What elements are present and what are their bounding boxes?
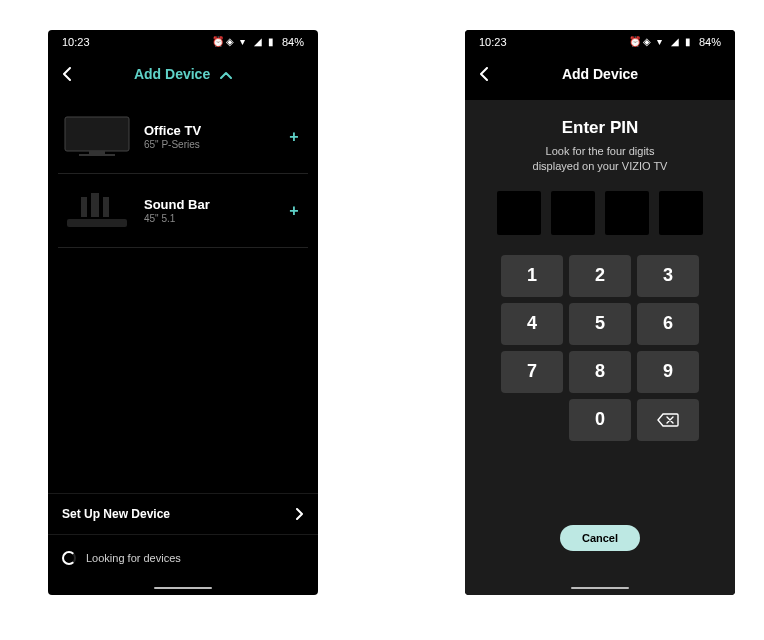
svg-rect-4 (91, 193, 99, 217)
add-device-button[interactable]: + (280, 202, 308, 220)
status-time: 10:23 (62, 36, 90, 48)
battery-percent: 84% (699, 36, 721, 48)
pin-sub-line1: Look for the four digits (546, 145, 655, 157)
key-7[interactable]: 7 (501, 351, 563, 393)
status-time: 10:23 (479, 36, 507, 48)
setup-label: Set Up New Device (62, 507, 170, 521)
home-indicator[interactable] (465, 581, 735, 595)
device-sub: 65" P-Series (144, 139, 280, 150)
home-indicator[interactable] (48, 581, 318, 595)
pin-screen: Enter PIN Look for the four digits displ… (465, 100, 735, 581)
device-sub: 45" 5.1 (144, 213, 280, 224)
svg-rect-6 (67, 219, 127, 227)
chevron-left-icon (479, 67, 488, 81)
soundbar-icon (61, 189, 133, 233)
key-0[interactable]: 0 (569, 399, 631, 441)
status-bar: 10:23 ⏰ ◈ ▾ ◢ ▮ 84% (48, 30, 318, 54)
pin-subtitle: Look for the four digits displayed on yo… (533, 144, 668, 175)
device-info: Sound Bar 45" 5.1 (136, 197, 280, 224)
looking-for-devices: Looking for devices (48, 535, 318, 581)
battery-percent: 84% (282, 36, 304, 48)
tv-icon (61, 115, 133, 159)
app-header: Add Device (48, 54, 318, 94)
battery-icon: ▮ (268, 37, 278, 47)
dnd-icon: ◈ (643, 37, 653, 47)
pin-input-boxes (497, 191, 703, 235)
wifi-icon: ▾ (240, 37, 250, 47)
pin-digit-4[interactable] (659, 191, 703, 235)
phone-add-device-list: 10:23 ⏰ ◈ ▾ ◢ ▮ 84% Add Device (48, 30, 318, 595)
device-thumb-tv (58, 112, 136, 162)
alarm-icon: ⏰ (629, 37, 639, 47)
spinner-icon (62, 551, 76, 565)
key-3[interactable]: 3 (637, 255, 699, 297)
svg-rect-5 (103, 197, 109, 217)
keypad: 1 2 3 4 5 6 7 8 9 0 (501, 255, 699, 441)
device-name: Office TV (144, 123, 280, 138)
phone-enter-pin: 10:23 ⏰ ◈ ▾ ◢ ▮ 84% Add Device Enter PIN… (465, 30, 735, 595)
device-list: Office TV 65" P-Series + Sound Bar 45" 5… (48, 100, 318, 248)
device-row-office-tv[interactable]: Office TV 65" P-Series + (58, 100, 308, 174)
key-9[interactable]: 9 (637, 351, 699, 393)
header-title: Add Device (562, 66, 638, 82)
signal-icon: ◢ (254, 37, 264, 47)
key-backspace[interactable] (637, 399, 699, 441)
pin-sub-line2: displayed on your VIZIO TV (533, 160, 668, 172)
dnd-icon: ◈ (226, 37, 236, 47)
key-4[interactable]: 4 (501, 303, 563, 345)
chevron-left-icon (62, 67, 71, 81)
alarm-icon: ⏰ (212, 37, 222, 47)
svg-rect-2 (79, 154, 115, 156)
chevron-right-icon (296, 508, 304, 520)
svg-rect-3 (81, 197, 87, 217)
key-6[interactable]: 6 (637, 303, 699, 345)
status-icons: ⏰ ◈ ▾ ◢ ▮ 84% (212, 36, 304, 48)
chevron-up-icon (220, 71, 232, 79)
battery-icon: ▮ (685, 37, 695, 47)
key-2[interactable]: 2 (569, 255, 631, 297)
header-title-text: Add Device (134, 66, 210, 82)
back-button[interactable] (479, 67, 488, 81)
pin-title: Enter PIN (562, 118, 639, 138)
device-row-sound-bar[interactable]: Sound Bar 45" 5.1 + (58, 174, 308, 248)
svg-rect-1 (89, 151, 105, 154)
key-1[interactable]: 1 (501, 255, 563, 297)
status-icons: ⏰ ◈ ▾ ◢ ▮ 84% (629, 36, 721, 48)
pin-digit-1[interactable] (497, 191, 541, 235)
key-5[interactable]: 5 (569, 303, 631, 345)
pin-digit-2[interactable] (551, 191, 595, 235)
cancel-button[interactable]: Cancel (560, 525, 640, 551)
header-title[interactable]: Add Device (134, 66, 232, 82)
device-thumb-soundbar (58, 186, 136, 236)
key-8[interactable]: 8 (569, 351, 631, 393)
signal-icon: ◢ (671, 37, 681, 47)
device-info: Office TV 65" P-Series (136, 123, 280, 150)
back-button[interactable] (62, 67, 71, 81)
svg-rect-0 (65, 117, 129, 151)
backspace-icon (657, 413, 679, 427)
device-name: Sound Bar (144, 197, 280, 212)
wifi-icon: ▾ (657, 37, 667, 47)
looking-label: Looking for devices (86, 552, 181, 564)
pin-digit-3[interactable] (605, 191, 649, 235)
add-device-button[interactable]: + (280, 128, 308, 146)
setup-new-device-button[interactable]: Set Up New Device (48, 493, 318, 535)
app-header: Add Device (465, 54, 735, 94)
status-bar: 10:23 ⏰ ◈ ▾ ◢ ▮ 84% (465, 30, 735, 54)
